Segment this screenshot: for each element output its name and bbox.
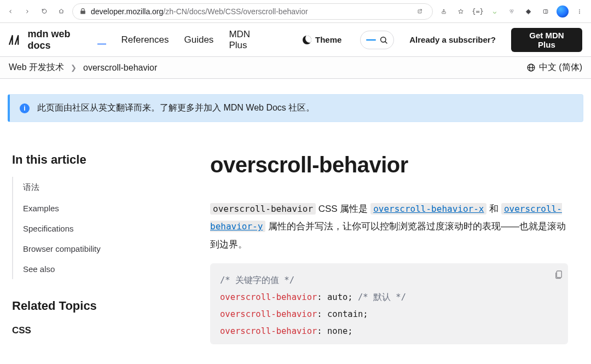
toc-item[interactable]: See also — [13, 259, 210, 279]
svg-marker-1 — [459, 9, 463, 14]
ext-braces-icon[interactable]: {=} — [472, 5, 484, 18]
mdn-logo-icon — [9, 33, 23, 47]
ext-plant-icon[interactable] — [489, 5, 501, 18]
extensions-icon[interactable] — [523, 5, 535, 18]
breadcrumb-bar: Web 开发技术 ❯ overscroll-behavior 中文 (简体) — [0, 57, 591, 79]
banner-text: 此页面由社区从英文翻译而来。了解更多并加入 MDN Web Docs 社区。 — [37, 102, 315, 114]
moon-icon — [303, 36, 311, 44]
svg-rect-5 — [543, 9, 548, 13]
browser-reload-button[interactable] — [38, 5, 50, 18]
related-topic-css[interactable]: CSS — [12, 325, 210, 336]
site-header: mdn web docs References Guides MDN Plus … — [0, 23, 591, 57]
sidepanel-icon[interactable] — [540, 5, 552, 18]
toc-item[interactable]: Examples — [13, 198, 210, 218]
nav-mdn-plus[interactable]: MDN Plus — [229, 29, 269, 51]
code-example: /* 关键字的值 */ overscroll-behavior: auto; /… — [210, 263, 568, 344]
sidebar: In this article 语法 Examples Specificatio… — [8, 153, 210, 344]
logo-cursor — [97, 43, 106, 45]
address-bar[interactable]: developer.mozilla.org/zh-CN/docs/Web/CSS… — [72, 3, 433, 20]
browser-toolbar: developer.mozilla.org/zh-CN/docs/Web/CSS… — [0, 0, 591, 23]
toc-heading: In this article — [12, 153, 210, 167]
url-text: developer.mozilla.org/zh-CN/docs/Web/CSS… — [91, 7, 409, 16]
browser-forward-button[interactable] — [21, 5, 33, 18]
theme-toggle[interactable]: Theme — [299, 34, 345, 45]
bookmark-star-icon[interactable] — [455, 5, 467, 18]
svg-line-11 — [385, 41, 387, 43]
intro-paragraph: overscroll-behavior CSS 属性是 overscroll-b… — [210, 200, 568, 253]
svg-rect-15 — [557, 271, 561, 278]
search-button[interactable] — [360, 31, 394, 49]
info-icon: i — [20, 103, 30, 113]
browser-menu-icon[interactable] — [573, 5, 586, 18]
breadcrumb: Web 开发技术 ❯ overscroll-behavior — [9, 62, 157, 73]
link-overscroll-x[interactable]: overscroll-behavior-x — [370, 203, 486, 215]
theme-label: Theme — [315, 35, 341, 44]
translation-banner: i 此页面由社区从英文翻译而来。了解更多并加入 MDN Web Docs 社区。 — [8, 94, 583, 122]
copy-code-button[interactable] — [551, 269, 563, 281]
toc-item[interactable]: Specifications — [13, 218, 210, 239]
language-switcher[interactable]: 中文 (简体) — [526, 62, 582, 73]
browser-back-button[interactable] — [4, 5, 16, 18]
toc-item[interactable]: Browser compatibility — [13, 239, 210, 259]
search-icon — [379, 36, 388, 44]
svg-point-7 — [579, 9, 580, 10]
toc-list: 语法 Examples Specifications Browser compa… — [12, 177, 210, 279]
clipboard-icon — [554, 269, 564, 279]
banner-link[interactable]: MDN Web Docs 社区 — [223, 103, 306, 112]
svg-point-9 — [579, 13, 580, 14]
mdn-logo-text: mdn web docs — [27, 28, 92, 51]
browser-home-button[interactable] — [55, 5, 67, 18]
get-mdn-plus-button[interactable]: Get MDN Plus — [511, 28, 582, 52]
article: overscroll-behavior overscroll-behavior … — [210, 153, 583, 344]
language-label: 中文 (简体) — [539, 62, 582, 73]
lock-icon — [79, 8, 86, 15]
nav-references[interactable]: References — [121, 34, 169, 45]
breadcrumb-root[interactable]: Web 开发技术 — [9, 62, 64, 73]
open-external-icon[interactable] — [414, 5, 426, 18]
search-underline — [366, 39, 376, 41]
subscriber-link[interactable]: Already a subscriber? — [409, 35, 496, 44]
breadcrumb-current: overscroll-behavior — [83, 63, 157, 73]
page-title: overscroll-behavior — [210, 153, 568, 177]
nav-guides[interactable]: Guides — [184, 34, 214, 45]
chevron-right-icon: ❯ — [71, 63, 77, 72]
toc-item[interactable]: 语法 — [13, 177, 210, 198]
related-heading: Related Topics — [12, 299, 210, 313]
globe-icon — [526, 63, 536, 72]
mdn-logo[interactable]: mdn web docs — [9, 28, 106, 51]
intro-code: overscroll-behavior — [210, 203, 316, 215]
profile-avatar[interactable] — [557, 5, 569, 18]
share-icon[interactable] — [438, 5, 450, 18]
svg-point-4 — [511, 11, 512, 13]
svg-point-8 — [579, 11, 580, 12]
ext-cloud-icon[interactable] — [506, 5, 518, 18]
